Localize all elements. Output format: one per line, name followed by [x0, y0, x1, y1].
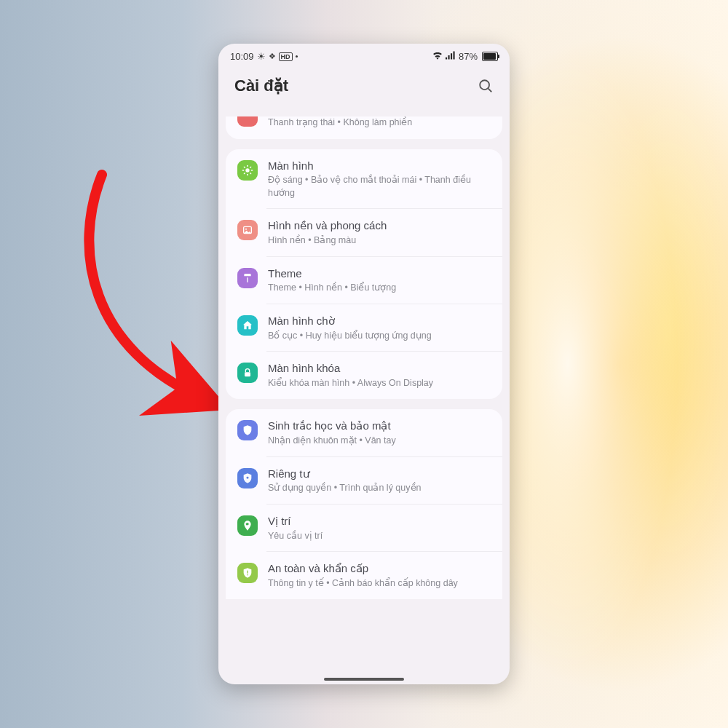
page-title: Cài đặt — [234, 76, 288, 95]
app-indicator-icon: ❖ — [269, 52, 276, 61]
settings-item-title: Sinh trắc học và bảo mật — [268, 419, 491, 433]
settings-item-display[interactable]: Màn hình Độ sáng • Bảo vệ cho mắt thoải … — [226, 149, 502, 210]
settings-item-title: Màn hình chờ — [268, 314, 491, 328]
battery-percentage: 87% — [459, 51, 478, 62]
home-icon — [237, 315, 258, 336]
svg-point-2 — [245, 168, 249, 172]
settings-group-display: Màn hình Độ sáng • Bảo vệ cho mắt thoải … — [226, 149, 502, 400]
settings-item-title: Vị trí — [268, 515, 491, 529]
bell-icon — [237, 116, 258, 127]
shield-icon — [237, 420, 258, 440]
svg-line-1 — [488, 89, 492, 92]
settings-item-wallpaper[interactable]: Hình nền và phong cách Hình nền • Bảng m… — [226, 209, 502, 256]
svg-line-9 — [244, 173, 245, 173]
settings-item-safety[interactable]: An toàn và khẩn cấp Thông tin y tế • Cản… — [226, 552, 502, 599]
svg-point-0 — [480, 80, 489, 90]
status-bar: 10:09 ☀ ❖ HD 87% — [218, 44, 510, 66]
lock-icon — [237, 363, 258, 383]
settings-group-notifications: Thanh trạng thái • Không làm phiền — [226, 116, 502, 139]
settings-item-subtitle: Kiểu khóa màn hình • Always On Display — [268, 377, 491, 390]
settings-item-subtitle: Độ sáng • Bảo vệ cho mắt thoải mái • Tha… — [268, 174, 491, 199]
settings-item-subtitle: Yêu cầu vị trí — [268, 530, 491, 543]
wifi-icon — [432, 51, 443, 62]
svg-rect-16 — [247, 574, 248, 575]
settings-item-location[interactable]: Vị trí Yêu cầu vị trí — [226, 505, 502, 552]
settings-item-title: An toàn và khẩn cấp — [268, 562, 491, 576]
settings-item-subtitle: Theme • Hình nền • Biểu tượng — [268, 282, 491, 295]
settings-item-title: Màn hình khóa — [268, 362, 491, 376]
warning-icon — [237, 563, 258, 583]
image-icon — [237, 220, 258, 240]
settings-item-subtitle: Sử dụng quyền • Trình quản lý quyền — [268, 482, 491, 495]
battery-icon — [480, 52, 498, 61]
status-time: 10:09 — [230, 51, 254, 62]
svg-line-10 — [250, 167, 251, 167]
paint-icon — [237, 268, 258, 288]
settings-item-lock-screen[interactable]: Màn hình khóa Kiểu khóa màn hình • Alway… — [226, 352, 502, 399]
settings-item-notifications[interactable]: Thanh trạng thái • Không làm phiền — [226, 116, 502, 139]
weather-icon: ☀ — [257, 51, 266, 62]
svg-line-7 — [244, 167, 245, 167]
signal-icon — [446, 51, 456, 62]
settings-item-title: Riêng tư — [268, 467, 491, 481]
home-indicator[interactable] — [324, 678, 404, 681]
svg-rect-15 — [247, 571, 248, 574]
settings-list[interactable]: Thanh trạng thái • Không làm phiền Màn h… — [218, 116, 510, 684]
settings-item-title: Theme — [268, 267, 491, 281]
settings-item-subtitle: Nhận diện khuôn mặt • Vân tay — [268, 435, 491, 448]
settings-item-title: Màn hình — [268, 159, 491, 173]
settings-item-subtitle: Thanh trạng thái • Không làm phiền — [268, 116, 491, 130]
svg-line-8 — [250, 173, 251, 173]
settings-item-title: Hình nền và phong cách — [268, 219, 491, 233]
brightness-icon — [237, 160, 258, 181]
location-pin-icon — [237, 515, 258, 536]
settings-item-subtitle: Bố cục • Huy hiệu biểu tượng ứng dụng — [268, 330, 491, 343]
settings-item-biometrics[interactable]: Sinh trắc học và bảo mật Nhận diện khuôn… — [226, 409, 502, 456]
search-button[interactable] — [478, 78, 494, 94]
page-header: Cài đặt — [218, 66, 510, 108]
notification-dot-icon — [296, 55, 298, 58]
svg-rect-13 — [245, 372, 250, 376]
settings-item-subtitle: Hình nền • Bảng màu — [268, 234, 491, 248]
settings-item-home-screen[interactable]: Màn hình chờ Bố cục • Huy hiệu biểu tượn… — [226, 304, 502, 352]
privacy-shield-icon — [237, 468, 258, 488]
settings-item-privacy[interactable]: Riêng tư Sử dụng quyền • Trình quản lý q… — [226, 457, 502, 505]
settings-item-subtitle: Thông tin y tế • Cảnh báo khẩn cấp không… — [268, 577, 491, 590]
svg-point-14 — [247, 476, 249, 478]
svg-point-12 — [245, 229, 247, 230]
settings-item-theme[interactable]: Theme Theme • Hình nền • Biểu tượng — [226, 257, 502, 304]
phone-screen: 10:09 ☀ ❖ HD 87% Cài đặt — [218, 44, 510, 684]
hd-icon: HD — [279, 52, 293, 61]
settings-group-security: Sinh trắc học và bảo mật Nhận diện khuôn… — [226, 409, 502, 599]
